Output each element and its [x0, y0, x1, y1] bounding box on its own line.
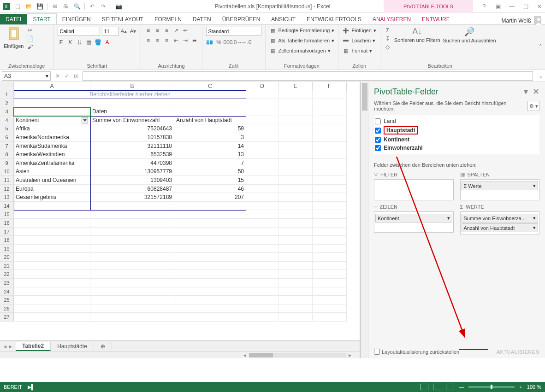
camera-icon[interactable]: 📷: [115, 3, 122, 10]
cell-F3[interactable]: [313, 107, 347, 116]
cell-C23[interactable]: [174, 279, 246, 287]
cell-styles-btn[interactable]: ▦Zellenformatvorlagen ▾: [269, 47, 335, 54]
zoom-in-icon[interactable]: +: [519, 384, 522, 390]
row-header-24[interactable]: 24: [0, 287, 14, 296]
cell-F13[interactable]: [313, 193, 347, 202]
field-einwohner[interactable]: Einwohnerzahl: [384, 145, 423, 151]
cell-A13[interactable]: Gesamtergebnis: [14, 193, 90, 202]
row-header-27[interactable]: 27: [0, 313, 14, 322]
currency-icon[interactable]: 💶: [206, 39, 213, 46]
row-header-13[interactable]: 13: [0, 193, 14, 202]
open-icon[interactable]: 📂: [25, 3, 32, 10]
cell-D10[interactable]: [246, 167, 278, 176]
cell-E5[interactable]: [278, 124, 313, 133]
cell-C25[interactable]: [174, 296, 246, 304]
row-header-2[interactable]: 2: [0, 99, 14, 108]
insert-cells-btn[interactable]: ➕Einfügen ▾: [342, 27, 376, 34]
vertical-scrollbar[interactable]: [361, 82, 368, 358]
col-header-b[interactable]: B: [90, 82, 174, 90]
name-box[interactable]: A3▾: [2, 71, 51, 81]
inc-decimal-icon[interactable]: .0→: [234, 39, 241, 46]
redo-icon[interactable]: ↷: [100, 3, 107, 10]
cell-E4[interactable]: [278, 116, 313, 125]
row-header-18[interactable]: 18: [0, 236, 14, 245]
cell-B27[interactable]: [90, 313, 174, 322]
drop-values[interactable]: Summe von Einwohnerza...▾ Anzahl von Hau…: [460, 211, 540, 234]
cell-B9[interactable]: 4470398: [90, 159, 174, 168]
tab-file[interactable]: DATEI: [0, 14, 27, 24]
row-label-filter-icon[interactable]: [82, 117, 88, 123]
clear-icon[interactable]: ◇: [384, 43, 391, 51]
row-header-6[interactable]: 6: [0, 133, 14, 142]
row-header-14[interactable]: 14: [0, 202, 14, 211]
cell-D1[interactable]: [246, 90, 278, 99]
align-left-icon[interactable]: ≡: [145, 37, 152, 44]
cell-F26[interactable]: [313, 304, 347, 313]
macro-record-icon[interactable]: ▶▌: [28, 384, 35, 390]
update-button[interactable]: AKTUALISIEREN: [497, 349, 539, 355]
cell-C27[interactable]: [174, 313, 246, 322]
cell-A20[interactable]: [14, 253, 90, 262]
cell-B18[interactable]: [90, 236, 174, 245]
cell-D13[interactable]: [246, 193, 278, 202]
cell-D16[interactable]: [246, 219, 278, 228]
col-header-d[interactable]: D: [246, 82, 278, 90]
cell-A6[interactable]: Amerika/Nordamerika: [14, 133, 90, 142]
cell-F27[interactable]: [313, 313, 347, 322]
collapse-ribbon-icon[interactable]: ˄: [539, 43, 542, 50]
cell-E17[interactable]: [278, 228, 313, 236]
cut-icon[interactable]: ✂: [26, 27, 34, 34]
cell-E27[interactable]: [278, 313, 313, 322]
row-header-8[interactable]: 8: [0, 150, 14, 159]
cell-D22[interactable]: [246, 270, 278, 279]
cell-B25[interactable]: [90, 296, 174, 304]
row-header-11[interactable]: 11: [0, 176, 14, 185]
quickprint-icon[interactable]: 🖶: [62, 3, 70, 10]
cell-A14[interactable]: [14, 202, 90, 211]
cell-E23[interactable]: [278, 279, 313, 287]
fill-color-icon[interactable]: 🪣: [95, 39, 102, 46]
row-header-4[interactable]: 4: [0, 116, 14, 125]
cell-A12[interactable]: Europa: [14, 185, 90, 193]
cell-D15[interactable]: [246, 210, 278, 219]
cell-B7[interactable]: 32111110: [90, 142, 174, 151]
minimize-icon[interactable]: —: [508, 3, 515, 10]
copy-icon[interactable]: 📄: [26, 35, 34, 42]
cell-C15[interactable]: [174, 210, 246, 219]
cell-B11[interactable]: 1309403: [90, 176, 174, 185]
cell-B23[interactable]: [90, 279, 174, 287]
cell-A8[interactable]: Amerika/Westindien: [14, 150, 90, 159]
field-land[interactable]: Land: [384, 118, 396, 124]
cell-F8[interactable]: [313, 150, 347, 159]
horizontal-scrollbar[interactable]: ◂ ▸: [0, 351, 360, 358]
cell-B14[interactable]: [90, 202, 174, 211]
tab-review[interactable]: ÜBERPRÜFEN: [217, 14, 266, 24]
cell-B17[interactable]: [90, 228, 174, 236]
sheet-nav-last-icon[interactable]: ▸: [9, 343, 12, 350]
view-normal-icon[interactable]: [420, 384, 428, 390]
cell-B10[interactable]: 130957779: [90, 167, 174, 176]
cell-B5[interactable]: 75204643: [90, 124, 174, 133]
col-header-c[interactable]: C: [174, 82, 246, 90]
pane-close-icon[interactable]: ✕: [533, 87, 539, 97]
cell-E15[interactable]: [278, 210, 313, 219]
sort-filter-btn[interactable]: A↓ Sortieren und Filtern: [394, 27, 440, 51]
row-header-15[interactable]: 15: [0, 210, 14, 219]
cell-A23[interactable]: [14, 279, 90, 287]
defer-layout-checkbox[interactable]: Layoutaktualisierung zurückstellen: [374, 349, 459, 355]
tab-formulas[interactable]: FORMELN: [149, 14, 187, 24]
pill-kontinent[interactable]: Kontinent▾: [375, 214, 452, 222]
cell-A9[interactable]: Amerika/Zentralamerika: [14, 159, 90, 168]
cell-E13[interactable]: [278, 193, 313, 202]
cell-B21[interactable]: [90, 262, 174, 270]
row-header-22[interactable]: 22: [0, 270, 14, 279]
row-header-25[interactable]: 25: [0, 296, 14, 304]
cell-C19[interactable]: [174, 245, 246, 253]
cell-E14[interactable]: [278, 202, 313, 211]
cell-E21[interactable]: [278, 262, 313, 270]
align-top-icon[interactable]: ≡: [145, 27, 152, 34]
cell-C5[interactable]: 59: [174, 124, 246, 133]
tab-developer[interactable]: ENTWICKLERTOOLS: [301, 14, 367, 24]
cell-F9[interactable]: [313, 159, 347, 168]
cell-E26[interactable]: [278, 304, 313, 313]
